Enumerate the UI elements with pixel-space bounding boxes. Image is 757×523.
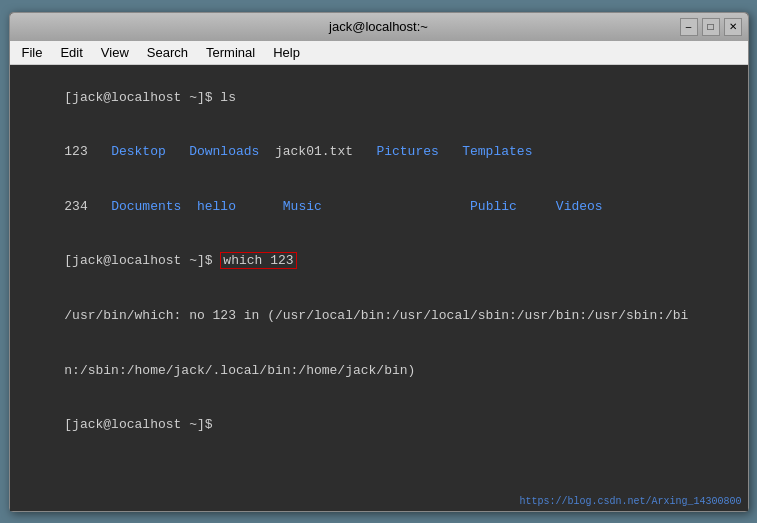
title-bar: jack@localhost:~ – □ ✕ bbox=[10, 13, 748, 41]
terminal-line-2: 123 Desktop Downloads jack01.txt Picture… bbox=[18, 125, 740, 180]
menu-bar: File Edit View Search Terminal Help bbox=[10, 41, 748, 65]
maximize-button[interactable]: □ bbox=[702, 18, 720, 36]
terminal-line-5: /usr/bin/which: no 123 in (/usr/local/bi… bbox=[18, 289, 740, 344]
terminal-line-6: n:/sbin:/home/jack/.local/bin:/home/jack… bbox=[18, 343, 740, 398]
menu-terminal[interactable]: Terminal bbox=[198, 43, 263, 62]
menu-view[interactable]: View bbox=[93, 43, 137, 62]
menu-search[interactable]: Search bbox=[139, 43, 196, 62]
window-controls: – □ ✕ bbox=[680, 18, 742, 36]
window-title: jack@localhost:~ bbox=[329, 19, 428, 34]
terminal-body[interactable]: [jack@localhost ~]$ ls 123 Desktop Downl… bbox=[10, 65, 748, 511]
watermark: https://blog.csdn.net/Arxing_14300800 bbox=[519, 496, 741, 507]
menu-help[interactable]: Help bbox=[265, 43, 308, 62]
terminal-window: jack@localhost:~ – □ ✕ File Edit View Se… bbox=[9, 12, 749, 512]
terminal-line-1: [jack@localhost ~]$ ls bbox=[18, 71, 740, 126]
menu-edit[interactable]: Edit bbox=[52, 43, 90, 62]
menu-file[interactable]: File bbox=[14, 43, 51, 62]
terminal-line-3: 234 Documents hello Music Public Videos bbox=[18, 180, 740, 235]
minimize-button[interactable]: – bbox=[680, 18, 698, 36]
close-button[interactable]: ✕ bbox=[724, 18, 742, 36]
terminal-line-4: [jack@localhost ~]$ which 123 bbox=[18, 234, 740, 289]
highlighted-command: which 123 bbox=[220, 252, 296, 269]
terminal-line-7: [jack@localhost ~]$ bbox=[18, 398, 740, 453]
